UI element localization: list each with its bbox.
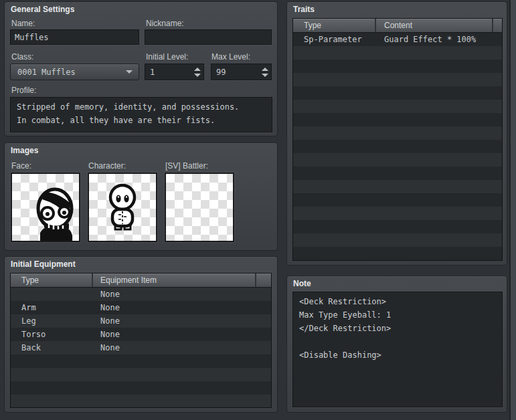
spin-up-icon[interactable] (262, 68, 268, 71)
table-row-empty[interactable] (293, 193, 502, 207)
note-textarea[interactable]: <Deck Restriction> Max Type Eyeball: 1 <… (292, 292, 503, 407)
actor-database-pane: General Settings Name: Nickname: Class: … (0, 0, 516, 420)
table-row-empty[interactable] (293, 60, 502, 73)
max-level-label: Max Level: (211, 52, 250, 62)
table-row-empty[interactable] (293, 233, 502, 247)
table-row-empty[interactable] (293, 73, 502, 86)
nickname-label: Nickname: (146, 19, 184, 28)
sv-battler-image[interactable] (165, 173, 234, 242)
table-row-empty[interactable] (293, 100, 502, 113)
table-row-empty[interactable] (11, 381, 271, 395)
spinner-arrows (262, 64, 268, 80)
table-row-empty[interactable] (293, 126, 502, 140)
class-dropdown[interactable]: 0001 Muffles (10, 64, 139, 80)
general-settings-title: General Settings (11, 5, 74, 14)
profile-label: Profile: (11, 86, 36, 95)
face-label: Face: (11, 161, 31, 171)
table-row-empty[interactable] (11, 368, 271, 381)
table-row-empty[interactable] (293, 167, 502, 180)
traits-header-extra (493, 19, 502, 32)
general-settings-panel: General Settings Name: Nickname: Class: … (4, 1, 278, 136)
equipment-header-type[interactable]: Type (11, 274, 93, 287)
traits-table-body: Sp-Parameter Guard Effect * 100% (293, 33, 502, 260)
equipment-type-cell: Arm (11, 301, 93, 314)
face-image[interactable] (11, 173, 80, 242)
initial-level-stepper (145, 64, 204, 80)
equipment-type-cell: Torso (11, 328, 93, 341)
equipment-item-cell: None (93, 301, 256, 314)
trait-content-cell: Guard Effect * 100% (376, 33, 493, 46)
character-image[interactable] (88, 173, 157, 242)
note-panel: Note <Deck Restriction> Max Type Eyeball… (286, 276, 507, 413)
table-row-empty[interactable] (293, 180, 502, 193)
equipment-table: Type Equipment Item None Arm None Leg No… (10, 273, 272, 408)
equipment-type-cell: Back (11, 341, 93, 354)
table-row-empty[interactable] (293, 220, 502, 233)
equipment-item-cell: None (93, 314, 256, 328)
initial-equipment-title: Initial Equipment (11, 259, 76, 269)
chevron-down-icon (126, 70, 133, 74)
profile-textarea[interactable]: Stripped of memory, identity, and posses… (10, 97, 272, 132)
spin-down-icon[interactable] (262, 74, 268, 77)
equipment-type-cell: Leg (11, 314, 93, 328)
nickname-input[interactable] (145, 29, 272, 45)
table-row-empty[interactable] (293, 247, 502, 260)
class-dropdown-value: 0001 Muffles (11, 68, 126, 77)
equipment-row[interactable]: Torso None (11, 328, 271, 341)
spinner-arrows (194, 64, 201, 80)
equipment-item-cell: None (93, 288, 256, 301)
equipment-row[interactable]: None (11, 288, 271, 301)
window-edge-strip (509, 0, 516, 420)
name-label: Name: (11, 19, 35, 28)
equipment-item-cell: None (93, 328, 256, 341)
sv-battler-label: [SV] Battler: (165, 161, 208, 171)
equipment-header-item[interactable]: Equipment Item (93, 274, 256, 287)
traits-table-header[interactable]: Type Content (293, 19, 502, 33)
table-row-empty[interactable] (11, 354, 271, 368)
class-label: Class: (11, 52, 33, 62)
images-panel: Images Face: Character: [SV] Battler: (4, 142, 278, 251)
table-row-empty[interactable] (293, 140, 502, 153)
trait-row[interactable]: Sp-Parameter Guard Effect * 100% (293, 33, 502, 46)
note-title: Note (293, 279, 311, 288)
name-input[interactable] (10, 29, 139, 45)
equipment-table-body: None Arm None Leg None Torso None Back N… (11, 288, 271, 408)
equipment-type-cell (11, 288, 93, 301)
table-row-empty[interactable] (293, 113, 502, 126)
character-label: Character: (88, 161, 126, 171)
skull-face-icon (12, 174, 79, 241)
traits-panel: Traits Type Content Sp-Parameter Guard E… (286, 1, 507, 266)
equipment-row[interactable]: Arm None (11, 301, 271, 314)
table-row-empty[interactable] (293, 153, 502, 167)
initial-equipment-panel: Initial Equipment Type Equipment Item No… (4, 256, 278, 413)
table-row-empty[interactable] (11, 395, 271, 408)
table-row-empty[interactable] (293, 207, 502, 220)
traits-table: Type Content Sp-Parameter Guard Effect *… (292, 18, 503, 261)
skull-character-icon (89, 174, 156, 241)
table-row-empty[interactable] (293, 86, 502, 100)
equipment-table-header[interactable]: Type Equipment Item (11, 274, 271, 288)
table-row-empty[interactable] (293, 46, 502, 60)
spin-down-icon[interactable] (194, 74, 201, 77)
equipment-header-extra (256, 274, 271, 287)
traits-title: Traits (293, 5, 315, 14)
equipment-row[interactable]: Leg None (11, 314, 271, 328)
traits-header-content[interactable]: Content (376, 19, 493, 32)
traits-header-type[interactable]: Type (293, 19, 376, 32)
spin-up-icon[interactable] (194, 68, 201, 71)
max-level-stepper (211, 64, 272, 80)
trait-type-cell: Sp-Parameter (293, 33, 376, 46)
equipment-item-cell: None (93, 341, 256, 354)
initial-level-label: Initial Level: (146, 52, 188, 62)
images-title: Images (11, 146, 38, 155)
equipment-row[interactable]: Back None (11, 341, 271, 354)
